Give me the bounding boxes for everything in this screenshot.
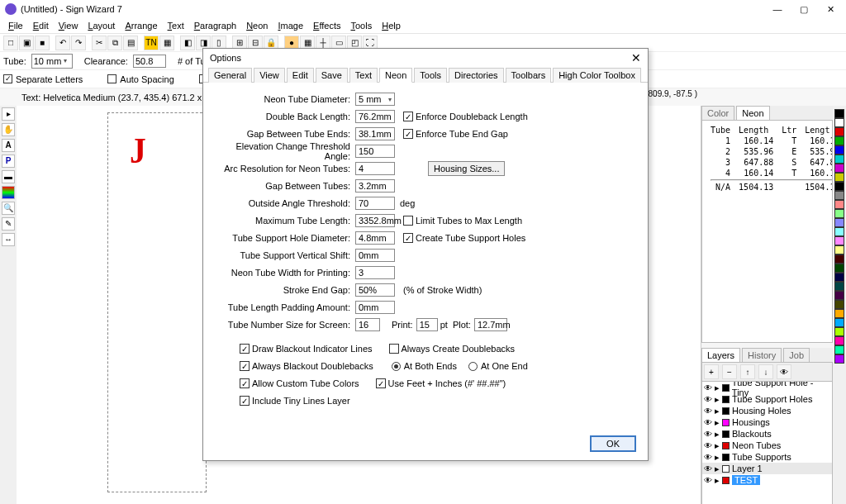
menu-layout[interactable]: Layout bbox=[83, 20, 120, 31]
layer-color-swatch[interactable] bbox=[722, 465, 730, 473]
housing-sizes-button[interactable]: Housing Sizes... bbox=[428, 161, 505, 176]
tool-paste-icon[interactable]: ▤ bbox=[123, 36, 138, 50]
draw-blackout-check[interactable] bbox=[240, 344, 250, 354]
tube-num-print-input[interactable]: 15 bbox=[416, 318, 438, 331]
menu-neon[interactable]: Neon bbox=[241, 20, 273, 31]
dlg-tab-neon[interactable]: Neon bbox=[379, 68, 412, 83]
gap-tubes-input[interactable]: 3.2mm bbox=[355, 179, 395, 193]
color-swatch[interactable] bbox=[834, 245, 844, 254]
tool-open-icon[interactable]: ▣ bbox=[19, 36, 34, 50]
color-swatch[interactable] bbox=[834, 273, 844, 282]
dlg-tab-view[interactable]: View bbox=[254, 68, 285, 83]
color-swatch[interactable] bbox=[834, 155, 844, 164]
dlg-tab-edit[interactable]: Edit bbox=[287, 68, 314, 83]
tab-neon[interactable]: Neon bbox=[736, 106, 769, 120]
tool-knife-icon[interactable]: ✎ bbox=[2, 217, 15, 231]
eye-icon[interactable]: 👁 bbox=[704, 441, 712, 450]
layer-row[interactable]: 👁▸Neon Tubes bbox=[702, 440, 832, 451]
tool-copy-icon[interactable]: ⧉ bbox=[107, 36, 122, 50]
tool-zoom-icon[interactable]: 🔍 bbox=[2, 202, 15, 215]
color-swatch[interactable] bbox=[834, 236, 844, 245]
tab-layers[interactable]: Layers bbox=[701, 348, 740, 362]
tab-job[interactable]: Job bbox=[783, 348, 810, 362]
layer-row[interactable]: 👁▸Housings bbox=[702, 416, 832, 428]
layer-color-swatch[interactable] bbox=[722, 454, 730, 461]
tube-width-print-input[interactable]: 3 bbox=[355, 266, 395, 279]
layer-up-icon[interactable]: ↑ bbox=[740, 364, 755, 379]
tool-color-icon[interactable] bbox=[2, 186, 15, 199]
tool-align-left-icon[interactable]: ◧ bbox=[180, 36, 195, 50]
support-vshift-input[interactable]: 0mm bbox=[355, 249, 395, 262]
dlg-tab-tools[interactable]: Tools bbox=[414, 68, 447, 83]
outside-angle-input[interactable]: 70 bbox=[355, 197, 395, 210]
menu-edit[interactable]: Edit bbox=[28, 20, 54, 31]
enforce-dbl-check[interactable] bbox=[403, 112, 413, 121]
stroke-end-gap-input[interactable]: 50% bbox=[355, 283, 395, 297]
color-swatch[interactable] bbox=[834, 136, 844, 145]
tool-pointer-icon[interactable]: ▸ bbox=[2, 107, 15, 121]
layer-color-swatch[interactable] bbox=[722, 396, 730, 403]
layer-row[interactable]: 👁▸Housing Holes bbox=[702, 405, 832, 416]
menu-arrange[interactable]: Arrange bbox=[120, 20, 162, 31]
neon-shape[interactable]: J bbox=[130, 130, 146, 172]
include-tiny-lines-check[interactable] bbox=[240, 396, 250, 406]
color-swatch[interactable] bbox=[834, 327, 844, 336]
eye-icon[interactable]: 👁 bbox=[704, 418, 712, 427]
layer-color-swatch[interactable] bbox=[722, 430, 730, 438]
color-swatch[interactable] bbox=[834, 336, 844, 345]
menu-file[interactable]: File bbox=[3, 20, 28, 31]
auto-spacing-check[interactable] bbox=[107, 74, 116, 83]
color-swatch[interactable] bbox=[834, 291, 844, 300]
color-swatch[interactable] bbox=[834, 118, 844, 127]
neon-tube-diameter-select[interactable]: 5 mm bbox=[355, 93, 395, 106]
one-end-radio[interactable] bbox=[468, 362, 478, 371]
tool-measure-icon[interactable]: ↔ bbox=[2, 233, 15, 246]
color-swatch[interactable] bbox=[834, 200, 844, 209]
arc-res-input[interactable]: 4 bbox=[355, 162, 395, 175]
color-swatch[interactable] bbox=[834, 345, 844, 354]
eye-icon[interactable]: 👁 bbox=[704, 453, 712, 462]
color-swatch[interactable] bbox=[834, 318, 844, 327]
tool-text-icon[interactable]: A bbox=[2, 139, 15, 152]
layer-color-swatch[interactable] bbox=[722, 477, 730, 484]
eye-icon[interactable]: 👁 bbox=[704, 430, 712, 439]
layer-color-swatch[interactable] bbox=[722, 442, 730, 449]
color-swatch[interactable] bbox=[834, 282, 844, 291]
tool-redo-icon[interactable]: ↷ bbox=[71, 36, 86, 50]
support-hole-dia-input[interactable]: 4.8mm bbox=[355, 231, 395, 245]
minimize-button[interactable]: — bbox=[772, 4, 783, 15]
color-swatch[interactable] bbox=[834, 127, 844, 136]
color-swatch[interactable] bbox=[834, 164, 844, 173]
layer-row[interactable]: 👁▸Tube Supports bbox=[702, 451, 832, 463]
limit-tubes-check[interactable] bbox=[403, 216, 413, 226]
tube-len-padding-input[interactable]: 0mm bbox=[355, 301, 395, 314]
layer-new-icon[interactable]: + bbox=[704, 364, 719, 379]
tool-layers-icon[interactable]: ▦ bbox=[159, 36, 174, 50]
tool-undo-icon[interactable]: ↶ bbox=[55, 36, 70, 50]
create-support-holes-check[interactable] bbox=[403, 233, 413, 243]
layer-down-icon[interactable]: ↓ bbox=[758, 364, 773, 379]
menu-tools[interactable]: Tools bbox=[345, 20, 377, 31]
dlg-tab-text[interactable]: Text bbox=[349, 68, 378, 83]
menu-effects[interactable]: Effects bbox=[308, 20, 345, 31]
elev-threshold-input[interactable]: 150 bbox=[355, 145, 395, 158]
tool-para-icon[interactable]: P bbox=[2, 155, 15, 168]
color-swatch[interactable] bbox=[834, 300, 844, 309]
clearance-input[interactable]: 50.8 bbox=[133, 55, 166, 68]
eye-icon[interactable]: 👁 bbox=[704, 383, 712, 392]
tool-shape-icon[interactable]: ▬ bbox=[2, 170, 15, 183]
dlg-tab-general[interactable]: General bbox=[208, 68, 252, 83]
dlg-tab-save[interactable]: Save bbox=[316, 68, 348, 83]
menu-image[interactable]: Image bbox=[273, 20, 308, 31]
layer-row[interactable]: 👁▸Blackouts bbox=[702, 428, 832, 440]
always-blackout-dbacks-check[interactable] bbox=[240, 361, 250, 371]
layer-row[interactable]: 👁▸Layer 1 bbox=[702, 463, 832, 474]
color-swatch[interactable] bbox=[834, 209, 844, 218]
color-swatch[interactable] bbox=[834, 145, 844, 155]
eye-icon[interactable]: 👁 bbox=[704, 395, 712, 404]
dlg-tab-highcolor[interactable]: High Color Toolbox bbox=[553, 68, 641, 83]
color-swatch[interactable] bbox=[834, 109, 844, 118]
custom-tube-colors-check[interactable] bbox=[240, 378, 250, 388]
tool-new-icon[interactable]: □ bbox=[3, 36, 18, 50]
color-swatch[interactable] bbox=[834, 218, 844, 227]
